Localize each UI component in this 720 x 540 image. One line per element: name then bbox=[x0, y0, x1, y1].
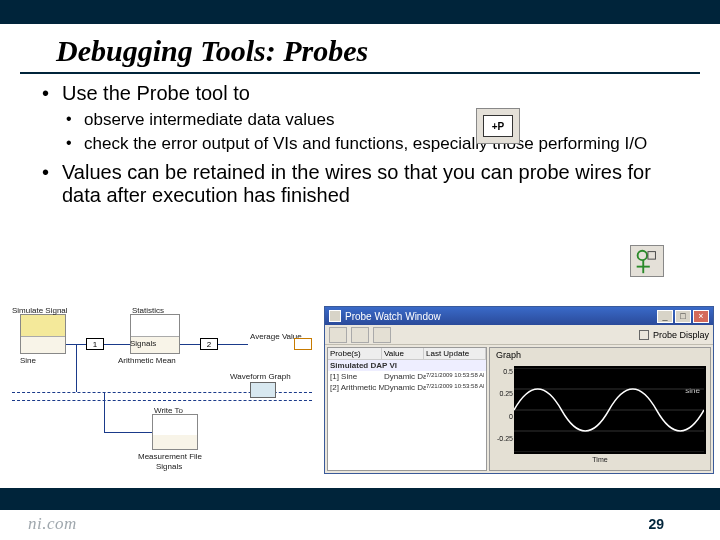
close-button[interactable]: × bbox=[693, 310, 709, 323]
pww-row2-name[interactable]: [2] Arithmetic Mean bbox=[330, 383, 384, 392]
signals-label: Signals bbox=[130, 339, 156, 348]
minimize-button[interactable]: _ bbox=[657, 310, 673, 323]
avg-indicator-icon bbox=[294, 338, 312, 350]
maximize-button[interactable]: □ bbox=[675, 310, 691, 323]
pww-row2-time: 7/21/2009 10:53:58 AM bbox=[426, 383, 484, 392]
col-probes: Probe(s) bbox=[328, 348, 382, 359]
block-diagram: Simulate Signal Sine Statistics Signals … bbox=[4, 306, 320, 474]
toolbar-btn-2[interactable] bbox=[351, 327, 369, 343]
pww-right-panel: Graph 0.5 0.25 0 -0.25 -0.5 sine bbox=[489, 347, 711, 471]
bullet-1: Use the Probe tool to observe intermedia… bbox=[40, 82, 690, 155]
ytick-1: 0.25 bbox=[495, 390, 513, 397]
ytick-3: -0.25 bbox=[495, 435, 513, 442]
sine-label: Sine bbox=[20, 356, 36, 365]
pww-y-axis: 0.5 0.25 0 -0.25 -0.5 bbox=[494, 366, 514, 466]
waveform-graph-icon bbox=[250, 382, 276, 398]
col-last-update: Last Update bbox=[424, 348, 486, 359]
pww-vi-name: Simulated DAP VI bbox=[330, 361, 397, 370]
bullet-1-text: Use the Probe tool to bbox=[62, 82, 250, 104]
pww-graph-tab[interactable]: Graph bbox=[492, 350, 708, 364]
bullet-1a: observe intermediate data values bbox=[62, 109, 690, 130]
svg-point-0 bbox=[638, 251, 647, 260]
footer-brand: ni.com bbox=[28, 514, 77, 534]
probe-watch-window: Probe Watch Window _ □ × Probe Display P… bbox=[324, 306, 714, 474]
page-number: 29 bbox=[648, 516, 664, 532]
probe-tag-2: 2 bbox=[200, 338, 218, 350]
sim-signal-label: Simulate Signal bbox=[12, 306, 68, 315]
toolbar-btn-1[interactable] bbox=[329, 327, 347, 343]
pww-title-text: Probe Watch Window bbox=[345, 311, 441, 322]
waveform-graph-label: Waveform Graph bbox=[230, 372, 291, 381]
stats-label: Statistics bbox=[132, 306, 164, 315]
illustration-area: Simulate Signal Sine Statistics Signals … bbox=[4, 306, 716, 476]
pww-plot-area bbox=[514, 368, 704, 452]
ytick-0: 0.5 bbox=[495, 368, 513, 375]
pww-row2-val: Dynamic Data bbox=[384, 383, 426, 392]
pww-sys-icon bbox=[329, 310, 341, 322]
write-label-3: Signals bbox=[156, 462, 182, 471]
probe-tool-icon: +P bbox=[476, 108, 520, 144]
write-label-1: Write To bbox=[154, 406, 183, 415]
retain-wire-values-icon bbox=[630, 245, 664, 277]
slide-title: Debugging Tools: Probes bbox=[20, 24, 700, 74]
svg-rect-1 bbox=[648, 252, 656, 260]
pww-row1-time: 7/21/2009 10:53:58 AM bbox=[426, 372, 484, 381]
bullet-1b: check the error output of VIs and functi… bbox=[62, 133, 690, 154]
write-label-2: Measurement File bbox=[138, 452, 202, 461]
toolbar-btn-3[interactable] bbox=[373, 327, 391, 343]
top-accent-bar bbox=[0, 0, 720, 24]
pww-row1-val: Dynamic Data bbox=[384, 372, 426, 381]
pww-probe-list: Probe(s) Value Last Update Simulated DAP… bbox=[327, 347, 487, 471]
col-value: Value bbox=[382, 348, 424, 359]
pww-titlebar: Probe Watch Window _ □ × bbox=[325, 307, 713, 325]
slide-body: Use the Probe tool to observe intermedia… bbox=[0, 82, 720, 207]
probe-tool-glyph: +P bbox=[483, 115, 513, 137]
pww-row1-name[interactable]: [1] Sine bbox=[330, 372, 384, 381]
pww-graph: 0.5 0.25 0 -0.25 -0.5 sine bbox=[494, 366, 706, 466]
pww-toolbar: Probe Display bbox=[325, 325, 713, 345]
footer-bar bbox=[0, 488, 720, 510]
pww-x-axis-label: Time bbox=[494, 454, 706, 466]
ytick-2: 0 bbox=[495, 413, 513, 420]
arith-mean-label: Arithmetic Mean bbox=[118, 356, 176, 365]
probe-display-label: Probe Display bbox=[653, 330, 709, 340]
probe-display-check[interactable] bbox=[639, 330, 649, 340]
bullet-2: Values can be retained in the wires so t… bbox=[40, 161, 690, 207]
probe-tag-1: 1 bbox=[86, 338, 104, 350]
